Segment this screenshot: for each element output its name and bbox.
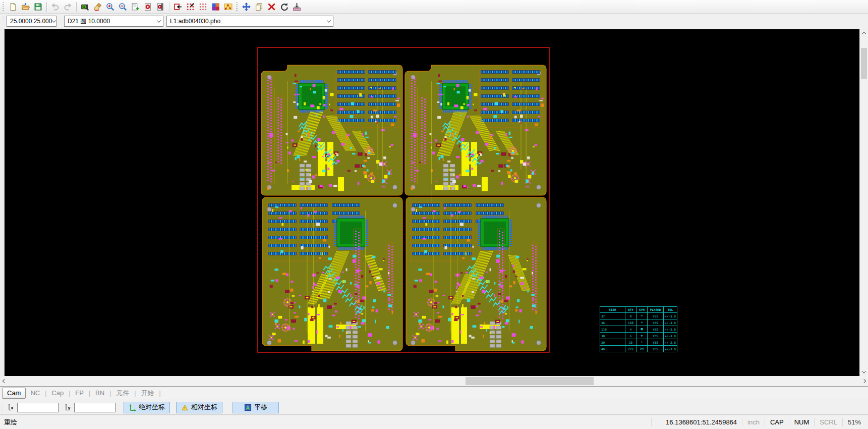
paste-stamp-icon — [293, 3, 301, 11]
toolbar-grip[interactable] — [2, 403, 3, 412]
relative-coords-button[interactable]: 相对坐标 — [176, 402, 222, 413]
canvas-left-edge — [0, 29, 5, 376]
redo-button[interactable] — [62, 1, 74, 13]
scroll-right-arrow-icon[interactable] — [859, 376, 868, 386]
clean-icon — [93, 3, 102, 11]
chevron-down-icon[interactable] — [154, 20, 163, 23]
save-button[interactable] — [32, 1, 44, 13]
copy-icon — [255, 3, 263, 11]
options-toolbar: 25.0000:25.000 D21 圆 10.0000 L1:adb00403… — [0, 14, 868, 29]
tab-fp[interactable]: FP — [71, 388, 88, 398]
tab-bn[interactable]: BN — [91, 388, 109, 398]
undo-icon — [51, 3, 60, 11]
pan-button[interactable]: 平移 — [233, 402, 279, 413]
dcode-combo[interactable]: D21 圆 10.0000 — [64, 16, 163, 27]
clean-button[interactable] — [91, 1, 104, 13]
zoom-percent: 51% — [842, 418, 868, 426]
tab-cap[interactable]: Cap — [47, 388, 68, 398]
move-button[interactable] — [240, 1, 253, 13]
y-axis-icon: y — [65, 403, 73, 411]
toolbar-separator — [76, 2, 77, 12]
query-button[interactable] — [79, 1, 91, 13]
border-select-icon — [173, 3, 182, 11]
highlight-net-button[interactable] — [222, 1, 235, 13]
x-coordinate-input[interactable] — [17, 403, 59, 412]
grid-icon — [199, 3, 207, 11]
toolbar-grip[interactable] — [236, 2, 238, 11]
horizontal-scroll-thumb[interactable] — [466, 377, 594, 385]
axes-abs-icon — [129, 404, 136, 411]
colors-icon — [211, 3, 220, 11]
pan-a-icon — [244, 404, 252, 411]
film-target-icon — [144, 3, 152, 11]
rotate-button[interactable] — [278, 1, 291, 13]
chevron-down-icon[interactable] — [324, 20, 333, 23]
add-film-button[interactable] — [129, 1, 142, 13]
chevron-down-icon[interactable] — [52, 20, 56, 23]
toolbar-grip[interactable] — [3, 2, 4, 11]
film-target-button[interactable] — [142, 1, 154, 13]
pcb-drawing[interactable] — [0, 29, 859, 376]
aperture-table: SIZEQTYSYMPLATEDTOL378+YES+/-3.036168×YE… — [600, 306, 677, 352]
grid-snap-icon — [186, 3, 195, 11]
scroll-lock-indicator: SCRL — [814, 418, 842, 426]
scroll-up-arrow-icon[interactable] — [860, 29, 868, 38]
tab-bar: CamNC|Cap|FP|BN|元件|开始| — [0, 387, 868, 400]
tab-separator: | — [158, 390, 161, 397]
dcode-value: D21 圆 10.0000 — [68, 17, 110, 26]
query-icon — [81, 3, 89, 11]
paste-stamp-button[interactable] — [291, 1, 303, 13]
zoom-in-button[interactable] — [104, 1, 117, 13]
rotate-icon — [280, 3, 288, 11]
absolute-coords-button[interactable]: 绝对坐标 — [124, 402, 170, 413]
new-file-icon — [9, 3, 17, 11]
main-toolbar — [0, 0, 868, 14]
layer-combo[interactable]: L1:adb004030.pho — [166, 16, 333, 27]
highlight-net-icon — [224, 3, 233, 11]
zoom-scale-combo[interactable]: 25.0000:25.000 — [7, 16, 56, 27]
film-layers-button[interactable] — [154, 1, 167, 13]
layer-value: L1:adb004030.pho — [170, 18, 220, 25]
status-bar: 重绘 16.1368601:51.2459864 inch CAP NUM SC… — [0, 415, 868, 429]
axes-rel-icon — [181, 404, 189, 411]
undo-button[interactable] — [49, 1, 62, 13]
svg-text:x: x — [11, 405, 14, 410]
grid-snap-button[interactable] — [184, 1, 197, 13]
border-select-button[interactable] — [171, 1, 184, 13]
pcb-canvas[interactable]: SIZEQTYSYMPLATEDTOL378+YES+/-3.036168×YE… — [0, 29, 868, 376]
toolbar-grip[interactable] — [3, 17, 4, 26]
new-file-button[interactable] — [7, 1, 19, 13]
tab-nc[interactable]: NC — [26, 388, 44, 398]
grid-button[interactable] — [197, 1, 209, 13]
status-message: 重绘 — [0, 418, 17, 427]
num-lock-indicator: NUM — [789, 418, 815, 426]
tab-start[interactable]: 开始 — [136, 388, 158, 399]
delete-icon — [267, 3, 276, 11]
toolbar-separator — [169, 2, 169, 12]
x-axis-icon: x — [8, 403, 16, 411]
tab-cam[interactable]: Cam — [2, 388, 26, 399]
coordinate-toolbar: x y 绝对坐标 相对坐标 平移 — [0, 400, 868, 415]
zoom-out-button[interactable] — [117, 1, 129, 13]
svg-text:y: y — [68, 405, 71, 410]
copy-button[interactable] — [253, 1, 265, 13]
zoom-scale-value: 25.0000:25.000 — [10, 18, 52, 25]
vertical-scroll-thumb[interactable] — [861, 48, 867, 79]
film-layers-icon — [156, 3, 165, 11]
horizontal-scrollbar[interactable] — [0, 376, 868, 387]
y-coordinate-input[interactable] — [74, 403, 115, 412]
delete-button[interactable] — [265, 1, 278, 13]
units-indicator: inch — [742, 418, 765, 426]
scroll-left-arrow-icon[interactable] — [0, 376, 9, 386]
scroll-down-arrow-icon[interactable] — [860, 367, 868, 376]
vertical-scrollbar[interactable] — [859, 29, 868, 376]
zoom-in-icon — [106, 3, 114, 11]
tab-components[interactable]: 元件 — [111, 388, 134, 399]
save-icon — [34, 3, 42, 11]
toolbar-separator — [46, 2, 47, 12]
open-icon — [21, 3, 30, 11]
open-button[interactable] — [19, 1, 32, 13]
zoom-out-icon — [119, 3, 127, 11]
redo-icon — [64, 3, 72, 11]
colors-button[interactable] — [209, 1, 222, 13]
